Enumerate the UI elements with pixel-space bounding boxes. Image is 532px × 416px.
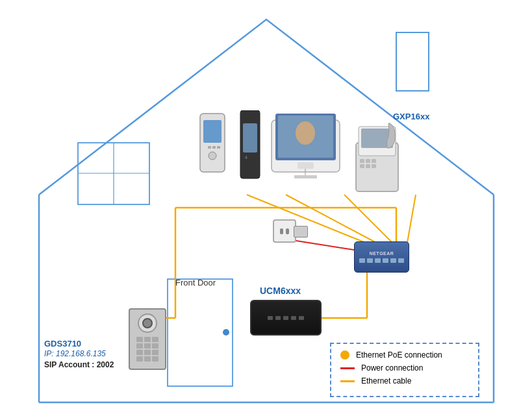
ucm6xxx-device: [250, 300, 322, 336]
switch-brand-label: NETGEAR: [370, 251, 394, 256]
phones-group: 4: [194, 110, 434, 201]
legend-ethernet-label: Ethernet cable: [361, 376, 411, 385]
svg-rect-29: [217, 146, 220, 149]
ucm6xxx-title: UCM6xxx: [260, 286, 301, 296]
legend-ethernet: Ethernet cable: [340, 376, 469, 385]
gxp16xx-title: GXP16xx: [393, 112, 429, 121]
svg-rect-47: [366, 164, 370, 168]
legend-poe: Ethernet PoE connection: [340, 350, 469, 360]
svg-rect-28: [212, 146, 216, 149]
svg-rect-48: [372, 164, 376, 168]
svg-line-14: [292, 240, 354, 250]
legend-power-line: [340, 367, 355, 369]
legend-power: Power connection: [340, 363, 469, 373]
svg-rect-27: [208, 146, 211, 149]
gds3710-title: GDS3710: [44, 339, 81, 349]
netgear-switch: NETGEAR: [354, 241, 409, 273]
power-outlet: [273, 219, 296, 243]
legend-ethernet-line: [340, 380, 355, 382]
svg-rect-43: [360, 159, 364, 163]
svg-rect-44: [366, 159, 370, 163]
svg-text:4: 4: [245, 155, 247, 160]
svg-rect-46: [360, 164, 364, 168]
svg-rect-7: [168, 279, 233, 386]
svg-point-36: [296, 121, 315, 145]
svg-rect-31: [243, 123, 257, 153]
svg-rect-45: [372, 159, 376, 163]
svg-point-23: [223, 329, 229, 336]
gds3710-ip: IP: 192.168.6.135: [44, 349, 106, 358]
legend-box: Ethernet PoE connection Power connection…: [330, 343, 479, 397]
front-door-label: Front Door: [175, 278, 216, 288]
svg-rect-25: [203, 120, 222, 143]
legend-power-label: Power connection: [361, 363, 423, 373]
power-adapter: [294, 226, 308, 238]
svg-point-26: [209, 152, 216, 160]
gds3710-device: [129, 308, 166, 370]
gds3710-sip: SIP Account : 2002: [44, 360, 114, 369]
legend-poe-dot: [340, 350, 349, 360]
legend-poe-label: Ethernet PoE connection: [356, 350, 442, 360]
svg-rect-3: [396, 32, 429, 91]
svg-rect-37: [298, 162, 314, 169]
svg-rect-39: [294, 175, 317, 178]
